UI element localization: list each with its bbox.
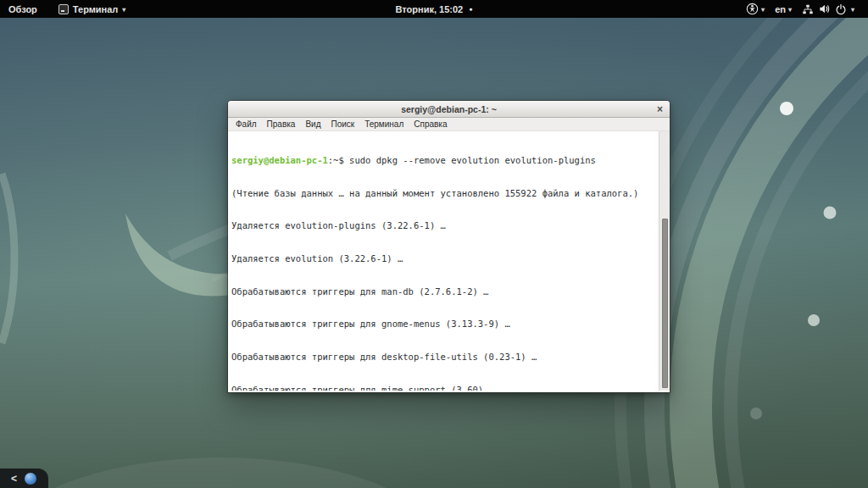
system-menu-button[interactable]: ▾: [797, 0, 860, 18]
clock-button[interactable]: Вторник, 15:02 ●: [396, 0, 473, 18]
keyboard-layout-button[interactable]: en ▾: [770, 0, 797, 18]
menu-item-help[interactable]: Справка: [409, 119, 452, 130]
menu-item-edit[interactable]: Правка: [262, 119, 301, 130]
prompt-suffix: :~$: [328, 155, 349, 165]
message-tray: <: [0, 469, 48, 488]
output-line: Обрабатываются триггеры для desktop-file…: [231, 352, 668, 363]
output-line: Удаляется evolution (3.22.6-1) …: [231, 253, 668, 264]
menu-item-view[interactable]: Вид: [300, 119, 326, 130]
terminal-command-line: sergiy@debian-pc-1:~$ sudo dpkg --remove…: [231, 155, 668, 166]
tray-app-icon[interactable]: [25, 473, 36, 485]
terminal-icon: [58, 4, 69, 14]
command-text: sudo dpkg --remove evolution evolution-p…: [349, 155, 596, 165]
tray-expand-button[interactable]: <: [11, 474, 17, 484]
scrollbar-thumb[interactable]: [662, 219, 668, 388]
chevron-down-icon: ▾: [788, 7, 792, 14]
accessibility-icon: [746, 3, 759, 15]
power-icon: [835, 3, 847, 15]
output-line: (Чтение базы данных … на данный момент у…: [231, 188, 668, 199]
menu-item-file[interactable]: Файл: [231, 119, 262, 130]
output-line: Обрабатываются триггеры для mime-support…: [231, 385, 668, 391]
app-menu-label: Терминал: [73, 4, 119, 14]
terminal-text: sergiy@debian-pc-1:~$ sudo dpkg --remove…: [228, 131, 670, 391]
menu-item-search[interactable]: Поиск: [326, 119, 359, 130]
app-menu-button[interactable]: Терминал ▾: [51, 0, 134, 18]
notification-dot: ●: [469, 6, 472, 12]
menu-bar: Файл Правка Вид Поиск Терминал Справка: [228, 118, 670, 131]
chevron-down-icon: ▾: [851, 7, 854, 14]
status-area: ▾ en ▾ ▾: [741, 0, 868, 18]
network-icon: [802, 3, 814, 15]
output-line: Обрабатываются триггеры для man-db (2.7.…: [231, 286, 668, 297]
top-bar: Обзор Терминал ▾ Вторник, 15:02 ● ▾ en ▾: [0, 0, 868, 18]
close-button[interactable]: ×: [657, 104, 663, 114]
keyboard-layout-label: en: [775, 4, 786, 14]
window-titlebar[interactable]: sergiy@debian-pc-1: ~ ×: [228, 101, 670, 118]
prompt-user: sergiy@debian-pc-1: [231, 155, 328, 165]
output-line: Удаляется evolution-plugins (3.22.6-1) …: [231, 220, 668, 231]
terminal-screen[interactable]: sergiy@debian-pc-1:~$ sudo dpkg --remove…: [228, 131, 670, 391]
chevron-down-icon: ▾: [122, 7, 125, 14]
accessibility-menu-button[interactable]: ▾: [741, 0, 770, 18]
clock-label: Вторник, 15:02: [396, 4, 464, 14]
terminal-window: sergiy@debian-pc-1: ~ × Файл Правка Вид …: [228, 101, 670, 392]
menu-item-terminal[interactable]: Терминал: [359, 119, 409, 130]
activities-button[interactable]: Обзор: [0, 0, 46, 18]
activities-label: Обзор: [8, 4, 37, 14]
scrollbar[interactable]: [659, 131, 670, 391]
window-title: sergiy@debian-pc-1: ~: [401, 104, 497, 114]
output-line: Обрабатываются триггеры для gnome-menus …: [231, 319, 668, 330]
chevron-down-icon: ▾: [761, 7, 765, 14]
volume-icon: [818, 3, 831, 15]
